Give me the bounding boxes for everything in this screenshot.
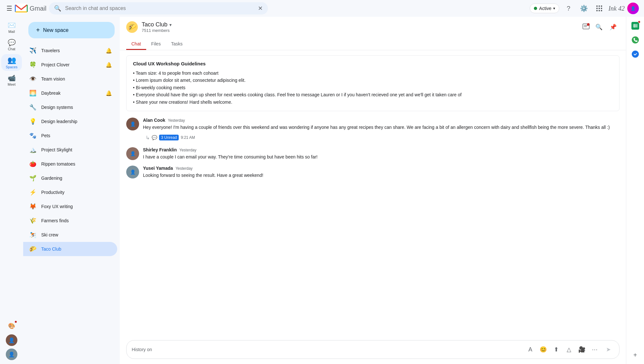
item-name: Project Skylight <box>41 147 112 152</box>
tab-tasks[interactable]: Tasks <box>166 39 188 50</box>
item-name: Rippen tomatoes <box>41 161 112 167</box>
item-name: Foxy UX writing <box>41 204 112 209</box>
message-text: I have a couple I can email your way. Th… <box>143 154 620 160</box>
hamburger-icon[interactable]: ☰ <box>5 3 14 14</box>
sidebar-item-ski-crew[interactable]: ⛷️ Ski crew <box>23 228 117 242</box>
notification-bell-icon: 🔔 <box>106 48 112 54</box>
meet-icon: 📹 <box>8 74 16 82</box>
video-btn[interactable]: 🎥 <box>577 344 587 355</box>
unread-badge: 3 Unread <box>159 135 179 140</box>
rail-label-chat: Chat <box>8 47 15 51</box>
rail-item-spaces[interactable]: 👥 Spaces <box>1 54 22 71</box>
drive-btn[interactable]: △ <box>564 344 574 355</box>
add-apps-btn[interactable]: + <box>629 349 642 361</box>
tab-files[interactable]: Files <box>146 39 166 50</box>
item-name: Travelers <box>41 48 102 53</box>
space-name-chevron[interactable]: ▾ <box>169 22 172 27</box>
more-options-btn[interactable]: ⋯ <box>590 344 600 355</box>
status-badge[interactable]: Active ▾ <box>530 4 559 13</box>
gmail-logo <box>15 4 28 13</box>
sidebar-item-design-leadership[interactable]: 💡 Design leadership <box>23 114 117 129</box>
item-name: Taco Club <box>41 246 112 252</box>
chat-header: 🌮 Taco Club ▾ 7511 members ! <box>120 17 626 50</box>
status-label: Active <box>539 6 551 11</box>
gmail-text: Gmail <box>30 5 46 12</box>
rail-item-meet[interactable]: 📹 Meet <box>1 72 22 88</box>
sidebar-item-rippen-tomatoes[interactable]: 🍅 Rippen tomatoes <box>23 157 117 171</box>
sidebar-item-design-systems[interactable]: 🔧 Design systems <box>23 100 117 114</box>
tab-chat[interactable]: Chat <box>126 39 146 50</box>
item-emoji: 🌱 <box>28 174 37 183</box>
ink-label: Ink 42 <box>608 5 625 12</box>
sidebar-item-foxy-ux-writing[interactable]: 🦊 Foxy UX writing <box>23 199 117 214</box>
format-text-btn[interactable]: A <box>525 344 535 355</box>
right-apps-sidebar: + <box>626 17 644 364</box>
item-name: Gardening <box>41 176 112 181</box>
header-search-btn[interactable]: 🔍 <box>592 21 605 34</box>
rail-item-chat[interactable]: 💬 Chat <box>1 37 22 53</box>
sidebar: + New space ✈️ Travelers 🔔 🍀 Project Clo… <box>23 17 120 364</box>
pinned-bullet: • Share your new creations! Hard shells … <box>133 99 613 106</box>
message-text: Hey everyone! I'm having a couple of fri… <box>143 124 620 131</box>
avatar-2[interactable]: 👤 <box>6 334 17 346</box>
svg-rect-11 <box>601 8 602 9</box>
sidebar-item-travelers[interactable]: ✈️ Travelers 🔔 <box>23 43 117 58</box>
item-emoji: 🔧 <box>28 103 37 112</box>
search-input[interactable] <box>65 5 254 11</box>
messages-area: Cloud UX Workshop Guidelines • Team size… <box>120 50 626 336</box>
message-group: 👤 Yusei Yamada Yesterday Looking forward… <box>126 166 620 179</box>
new-space-button[interactable]: + New space <box>28 22 115 38</box>
item-emoji: 🌮 <box>28 244 37 254</box>
pinned-message: Cloud UX Workshop Guidelines • Team size… <box>126 55 620 111</box>
clear-icon[interactable]: ✕ <box>258 5 263 12</box>
avatar-1[interactable]: 🎨 <box>6 320 17 332</box>
status-dropdown-icon: ▾ <box>553 6 555 11</box>
message-input-box[interactable]: History on A 😊 ⬆ △ 🎥 ⋯ ➤ <box>126 340 620 359</box>
icon-rail: ✉️ Mail 💬 Chat 👥 Spaces 📹 Meet 🎨 <box>0 17 23 364</box>
sidebar-item-daybreak[interactable]: 🌅 Daybreak 🔔 <box>23 86 117 100</box>
item-name: Design systems <box>41 105 112 110</box>
sidebar-item-taco-club[interactable]: 🌮 Taco Club <box>23 242 117 256</box>
chat-header-icons: ! 🔍 📌 <box>581 21 620 34</box>
message-avatar: 👤 <box>126 166 139 178</box>
item-name: Pets <box>41 133 112 138</box>
thread-time: 9:21 AM <box>181 135 195 140</box>
user-avatar[interactable]: 👤 <box>627 3 639 14</box>
item-emoji: 🦊 <box>28 202 37 211</box>
emoji-btn[interactable]: 😊 <box>538 344 548 355</box>
search-icon: 🔍 <box>54 5 61 12</box>
sidebar-item-team-vision[interactable]: 👁️ Team vision <box>23 72 117 86</box>
settings-button[interactable]: ⚙️ <box>577 2 590 15</box>
send-button[interactable]: ➤ <box>602 344 614 355</box>
space-name: Taco Club ▾ <box>142 21 577 28</box>
thread-indicator[interactable]: ↳ 💬 3 Unread 9:21 AM <box>143 133 620 142</box>
item-name: Ski crew <box>41 232 112 237</box>
help-button[interactable]: ? <box>562 2 575 15</box>
item-emoji: 🐾 <box>28 131 37 140</box>
avatar-3[interactable]: 👤 <box>6 349 17 360</box>
sidebar-item-farmers-finds[interactable]: 🌾 Farmers finds <box>23 214 117 228</box>
message-input-area: History on A 😊 ⬆ △ 🎥 ⋯ ➤ <box>120 336 626 364</box>
sidebar-item-gardening[interactable]: 🌱 Gardening <box>23 171 117 185</box>
pinned-bullet: • Everyone should have the sign up sheet… <box>133 91 613 98</box>
item-name: Daybreak <box>41 91 102 96</box>
chat-tabs: ChatFilesTasks <box>126 39 620 50</box>
app-phone-btn[interactable] <box>629 34 642 46</box>
upload-btn[interactable]: ⬆ <box>551 344 561 355</box>
apps-grid-button[interactable] <box>593 2 606 15</box>
search-bar[interactable]: 🔍 ✕ <box>49 2 268 14</box>
item-emoji: ⛷️ <box>28 230 37 239</box>
sidebar-item-productivity[interactable]: ⚡ Productivity <box>23 185 117 199</box>
header-chat-icon-btn[interactable]: ! <box>581 22 591 33</box>
rail-item-mail[interactable]: ✉️ Mail <box>1 19 22 35</box>
sidebar-item-pets[interactable]: 🐾 Pets <box>23 129 117 143</box>
app-sheets-btn[interactable] <box>629 19 642 32</box>
chat-icon: 💬 <box>8 39 16 46</box>
header-pin-btn[interactable]: 📌 <box>607 21 620 34</box>
sidebar-item-project-clover[interactable]: 🍀 Project Clover 🔔 <box>23 58 117 72</box>
message-body: Alan Cook Yesterday Hey everyone! I'm ha… <box>143 118 620 142</box>
app-tasks-btn[interactable] <box>629 48 642 61</box>
notification-bell-icon: 🔔 <box>106 90 112 96</box>
spaces-icon: 👥 <box>7 56 16 64</box>
sidebar-item-project-skylight[interactable]: 🏔️ Project Skylight <box>23 143 117 157</box>
